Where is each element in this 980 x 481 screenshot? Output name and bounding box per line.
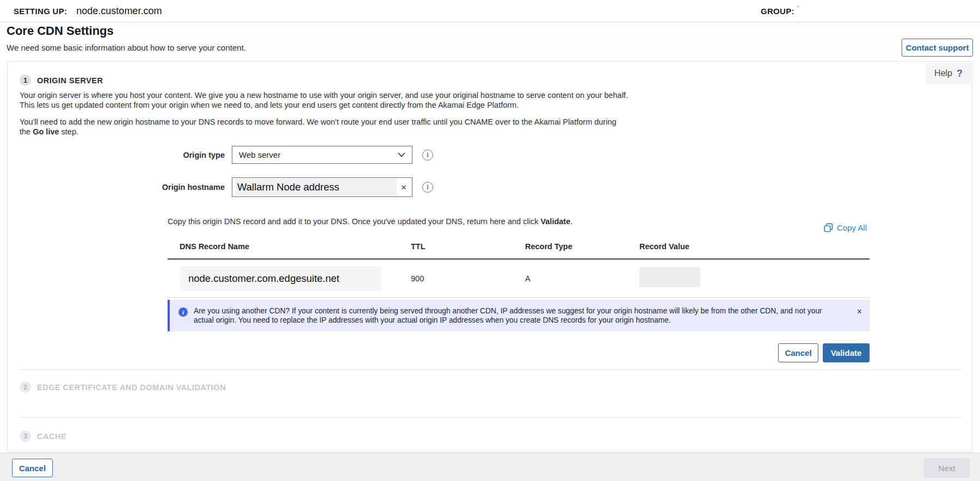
dns-records-note-text: You'll need to add the new origin hostna… <box>20 118 617 136</box>
validate-button[interactable]: Validate <box>823 343 870 362</box>
validate-bold: Validate <box>540 217 570 226</box>
origin-hostname-value: Wallarm Node address <box>235 179 397 195</box>
dns-record-name-cell: node.customer.com.edgesuite.net <box>180 266 411 291</box>
page: SETTING UP: node.customer.com GROUP: ' C… <box>0 0 980 481</box>
footer-cancel-button[interactable]: Cancel <box>12 459 53 477</box>
record-value-cell <box>639 267 870 289</box>
chevron-down-icon <box>398 152 405 157</box>
ttl-cell: 900 <box>411 274 525 283</box>
page-subtitle: We need some basic information about how… <box>7 43 246 52</box>
copy-all-link[interactable]: Copy All <box>824 223 867 232</box>
step3-header: 3 CACHE <box>20 430 66 442</box>
origin-hostname-row: Origin hostname Wallarm Node address × i <box>20 177 433 197</box>
step3-title: CACHE <box>37 432 66 441</box>
section-divider <box>20 417 961 418</box>
help-tab[interactable]: Help ? <box>926 63 971 84</box>
group-value: ' <box>798 5 799 11</box>
setting-up-label: SETTING UP: <box>14 7 67 16</box>
col-ttl: TTL <box>411 242 525 251</box>
step1-title: ORIGIN SERVER <box>37 76 103 85</box>
contact-support-button[interactable]: Contact support <box>902 39 973 57</box>
top-bar: SETTING UP: node.customer.com GROUP: ' <box>0 0 980 22</box>
dns-records-note: You'll need to add the new origin hostna… <box>20 118 618 137</box>
step1-cancel-button[interactable]: Cancel <box>778 343 818 362</box>
setup-hostname: node.customer.com <box>76 5 162 17</box>
dns-table-header: DNS Record Name TTL Record Type Record V… <box>168 242 870 260</box>
page-title: Core CDN Settings <box>7 24 114 38</box>
footer-next-button[interactable]: Next <box>924 458 970 478</box>
copy-instruction-tail: . <box>570 217 572 226</box>
origin-type-label: Origin type <box>20 151 232 159</box>
record-type-cell: A <box>525 274 639 283</box>
info-icon: i <box>178 307 188 317</box>
record-value-redacted <box>639 267 700 287</box>
banner-text: Are you using another CDN? If your conte… <box>194 306 851 325</box>
origin-hostname-label: Origin hostname <box>20 183 232 192</box>
main-panel: Help ? 1 ORIGIN SERVER Your origin serve… <box>7 61 972 452</box>
copy-all-label: Copy All <box>837 223 867 232</box>
other-cdn-info-banner: i Are you using another CDN? If your con… <box>168 300 870 331</box>
origin-type-value: Web server <box>239 150 398 159</box>
copy-icon <box>824 223 833 232</box>
question-mark-icon: ? <box>957 68 963 79</box>
step2-title: EDGE CERTIFICATE AND DOMAIN VALIDATION <box>37 383 226 392</box>
go-live-bold: Go live <box>33 127 59 136</box>
dns-records-note-tail: step. <box>59 127 78 136</box>
copy-instruction-text: Copy this origin DNS record and add it t… <box>168 217 540 226</box>
table-row: node.customer.com.edgesuite.net 900 A <box>168 260 870 298</box>
help-label: Help <box>934 69 952 78</box>
col-dns-record-name: DNS Record Name <box>180 242 411 251</box>
group-label: GROUP: <box>761 7 794 16</box>
col-record-type: Record Type <box>525 242 639 251</box>
step3-number-badge: 3 <box>20 430 31 442</box>
step1-number-badge: 1 <box>20 75 31 86</box>
origin-type-info-icon[interactable]: i <box>422 150 433 161</box>
step2-number-badge: 2 <box>20 381 31 393</box>
section-divider <box>20 369 961 370</box>
origin-type-select[interactable]: Web server <box>232 146 412 164</box>
step2-header: 2 EDGE CERTIFICATE AND DOMAIN VALIDATION <box>20 381 226 393</box>
step1-actions: Cancel Validate <box>778 343 870 362</box>
step1-header: 1 ORIGIN SERVER <box>20 75 103 86</box>
col-record-value: Record Value <box>639 242 870 251</box>
origin-server-description: Your origin server is where you host you… <box>20 91 629 110</box>
group-wrap: GROUP: ' <box>761 0 799 22</box>
copy-dns-instruction: Copy this origin DNS record and add it t… <box>168 217 572 226</box>
dns-record-name-value[interactable]: node.customer.com.edgesuite.net <box>180 266 382 291</box>
origin-type-row: Origin type Web server i <box>20 146 433 164</box>
clear-input-icon[interactable]: × <box>401 183 406 192</box>
origin-hostname-info-icon[interactable]: i <box>422 182 433 193</box>
origin-hostname-input[interactable]: Wallarm Node address × <box>232 177 412 197</box>
dns-record-table: DNS Record Name TTL Record Type Record V… <box>168 242 870 298</box>
footer-bar: Cancel Next <box>0 453 980 481</box>
close-icon[interactable]: × <box>857 307 862 317</box>
